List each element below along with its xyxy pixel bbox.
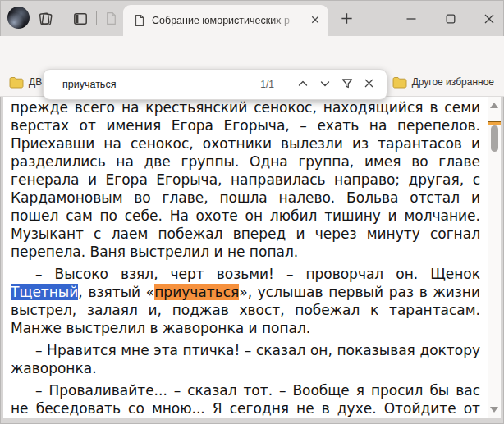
favorites-folder-label: ДВ (29, 76, 42, 88)
text-run: – Проваливайте... – сказал тот. – Вообще… (11, 382, 480, 418)
text-run: , взятый « (78, 284, 154, 300)
close-icon (363, 77, 375, 92)
browser-window: Собрание юмористических р (0, 0, 504, 424)
tab-actions-button[interactable] (36, 11, 56, 29)
close-button[interactable] (479, 11, 500, 29)
favorites-folder-left[interactable]: ДВ (9, 75, 42, 89)
scrollbar-thumb[interactable] (491, 125, 498, 152)
favorites-folder-right[interactable]: Другое избранное (392, 75, 494, 89)
new-tab-button[interactable] (337, 11, 356, 29)
maximize-button[interactable] (440, 11, 461, 29)
funnel-icon (341, 77, 354, 93)
titlebar-divider (96, 11, 97, 25)
maximize-icon (444, 12, 457, 28)
minimize-button[interactable] (401, 11, 422, 29)
tab-title: Собрание юмористических р (152, 15, 301, 26)
find-bar: 1/1 (43, 69, 387, 100)
plus-icon (340, 11, 354, 28)
text-run: прежде всего на крестьянский сенокос, на… (11, 99, 480, 260)
close-icon (483, 12, 496, 28)
document-area: прежде всего на крестьянский сенокос, на… (3, 97, 488, 418)
tab-close-button[interactable] (307, 12, 323, 29)
profile-avatar[interactable] (7, 7, 30, 29)
favorites-folder-label: Другое избранное (412, 76, 494, 88)
match-counter: 1/1 (260, 79, 274, 90)
previous-match-button[interactable] (293, 75, 312, 94)
scroll-up-button[interactable] (490, 103, 498, 108)
filter-button[interactable] (337, 75, 356, 94)
chevron-down-icon (318, 77, 332, 93)
find-divider (286, 76, 286, 93)
page-icon (133, 14, 146, 27)
paragraph: – Нравится мне эта птичка! – сказал он, … (11, 341, 480, 377)
minimize-icon (405, 12, 418, 28)
close-find-button[interactable] (360, 75, 378, 94)
selected-text: Тщетный (11, 284, 78, 300)
scrollbar[interactable] (488, 97, 501, 418)
paragraph: прежде всего на крестьянский сенокос, на… (11, 98, 480, 261)
stacked-tabs-icon (38, 11, 54, 30)
navigation-bar: Файл C:/Users/cslam/Webst... (0, 36, 504, 67)
vertical-tabs-icon (72, 11, 89, 30)
titlebar: Собрание юмористических р (0, 0, 504, 36)
find-match-highlight: приучаться (154, 284, 239, 300)
paragraph: – Высоко взял, черт возьми! – проворчал … (11, 265, 480, 337)
active-tab[interactable]: Собрание юмористических р (123, 5, 328, 36)
find-input[interactable] (61, 78, 260, 91)
next-match-button[interactable] (315, 75, 334, 94)
document-text: прежде всего на крестьянский сенокос, на… (11, 98, 480, 418)
folder-icon (392, 76, 407, 89)
inactive-tab-icon[interactable] (104, 11, 118, 30)
text-run: – Высоко взял, черт возьми! – проворчал … (35, 266, 480, 282)
scroll-down-button[interactable] (490, 407, 498, 413)
text-run: – Нравится мне эта птичка! – сказал он, … (11, 342, 480, 376)
folder-icon (9, 76, 24, 89)
chevron-up-icon (296, 77, 309, 93)
close-icon (309, 14, 321, 28)
paragraph: – Проваливайте... – сказал тот. – Вообще… (11, 381, 480, 418)
vertical-tabs-button[interactable] (71, 11, 90, 29)
